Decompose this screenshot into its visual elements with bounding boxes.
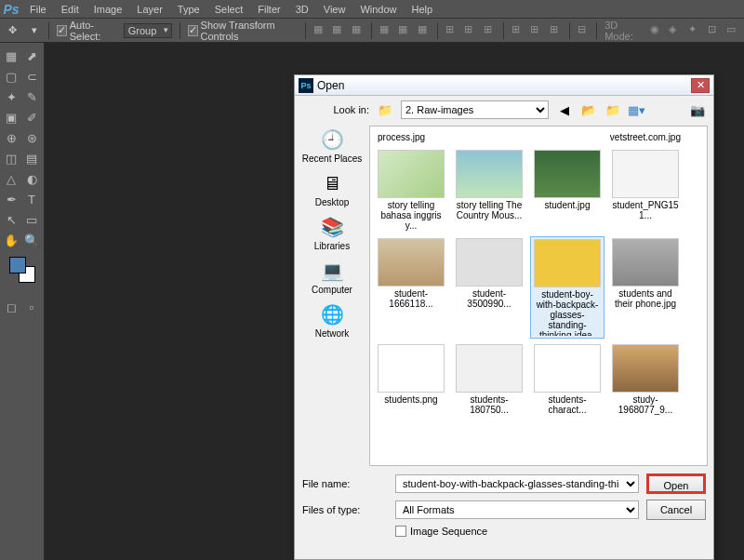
distribute-icon[interactable]: ⊞ <box>445 23 458 37</box>
file-item[interactable]: student.jpg <box>530 148 604 233</box>
file-item[interactable]: student-boy-with-backpack-glasses-standi… <box>530 236 604 339</box>
roll-3d-icon[interactable]: ✦ <box>688 23 700 37</box>
distribute-icon[interactable]: ⊞ <box>464 23 476 37</box>
place-desktop[interactable]: 🖥Desktop <box>299 171 365 207</box>
type-tool-icon[interactable]: T <box>22 190 41 208</box>
lasso-tool-icon[interactable]: ⊂ <box>22 67 41 86</box>
distribute-icon[interactable]: ⊞ <box>484 23 496 37</box>
lookin-dropdown[interactable]: 2. Raw-images <box>401 100 549 119</box>
menubar: Ps FileEditImageLayerTypeSelectFilter3DV… <box>0 0 744 19</box>
menu-type[interactable]: Type <box>170 4 207 15</box>
auto-align-icon[interactable]: ⊟ <box>578 23 590 37</box>
move-tool-icon[interactable]: ▦ <box>2 47 20 65</box>
place-recent-places[interactable]: 🕘Recent Places <box>299 127 365 164</box>
filetype-dropdown[interactable]: All Formats <box>395 500 639 519</box>
file-item[interactable]: student-3500990... <box>452 236 526 339</box>
zoom-tool-icon[interactable]: 🔍 <box>22 231 41 249</box>
heal-tool-icon[interactable]: ⊕ <box>2 128 20 147</box>
align-icon[interactable]: ▦ <box>398 23 410 37</box>
place-label: Network <box>315 328 350 339</box>
pen-tool-icon[interactable]: ✒ <box>2 190 20 208</box>
wand-tool-icon[interactable]: ✦ <box>2 87 20 106</box>
file-item[interactable]: story telling The Country Mous... <box>452 148 526 233</box>
distribute-icon[interactable]: ⊞ <box>550 23 562 37</box>
eraser-tool-icon[interactable]: ◫ <box>2 149 20 167</box>
place-icon: 💻 <box>317 259 347 283</box>
view-menu-icon[interactable]: ▦▾ <box>629 101 645 118</box>
place-libraries[interactable]: 📚Libraries <box>299 215 365 251</box>
eyedropper-tool-icon[interactable]: ✎ <box>22 87 41 106</box>
orbit-3d-icon[interactable]: ◉ <box>650 23 662 37</box>
menu-window[interactable]: Window <box>352 4 404 15</box>
file-item[interactable]: students-180750... <box>452 342 526 417</box>
gradient-tool-icon[interactable]: ▤ <box>22 149 41 167</box>
menu-select[interactable]: Select <box>207 4 251 15</box>
align-icon[interactable]: ▦ <box>313 23 326 37</box>
blur-tool-icon[interactable]: △ <box>2 169 20 188</box>
artboard-tool-icon[interactable]: ⬈ <box>22 47 41 65</box>
up-icon[interactable]: 📂 <box>580 101 597 118</box>
file-label[interactable]: process.jpg <box>378 132 425 142</box>
align-icon[interactable]: ▦ <box>418 23 430 37</box>
menu-3d[interactable]: 3D <box>288 4 316 15</box>
auto-select-dropdown[interactable]: Group <box>124 23 173 38</box>
cam-3d-icon[interactable]: ▭ <box>726 23 738 37</box>
align-icon[interactable]: ▦ <box>379 23 392 37</box>
dodge-tool-icon[interactable]: ◐ <box>22 169 41 188</box>
open-button[interactable]: Open <box>646 473 706 494</box>
distribute-icon[interactable]: ⊞ <box>512 23 524 37</box>
file-name: story telling bahasa inggris y... <box>376 200 446 231</box>
filename-input[interactable]: student-boy-with-backpack-glasses-standi… <box>395 474 639 493</box>
file-item[interactable]: students.png <box>374 342 448 417</box>
file-item[interactable]: story telling bahasa inggris y... <box>374 148 448 233</box>
stamp-tool-icon[interactable]: ⊛ <box>22 128 41 147</box>
dialog-titlebar[interactable]: Ps Open ✕ <box>295 75 713 96</box>
file-thumb <box>456 238 523 287</box>
dropdown-icon[interactable]: ▾ <box>27 22 41 39</box>
crop-tool-icon[interactable]: ▣ <box>2 108 20 127</box>
align-icon[interactable]: ▦ <box>332 23 344 37</box>
color-swatches[interactable] <box>9 257 37 285</box>
hand-tool-icon[interactable]: ✋ <box>2 231 20 249</box>
menu-layer[interactable]: Layer <box>129 4 170 15</box>
place-label: Libraries <box>314 241 350 251</box>
screen-mode-icon[interactable]: ▫ <box>22 298 41 316</box>
pan-3d-icon[interactable]: ◈ <box>669 23 681 37</box>
show-transform-checkbox[interactable]: Show Transform Controls <box>188 20 298 42</box>
file-item[interactable]: student_PNG151... <box>608 148 683 233</box>
foreground-swatch[interactable] <box>9 257 26 273</box>
file-item[interactable]: study-1968077_9... <box>608 342 683 417</box>
new-folder-icon[interactable]: 📁 <box>604 101 621 118</box>
back-icon[interactable]: ◀ <box>556 101 573 118</box>
distribute-icon[interactable]: ⊞ <box>530 23 542 37</box>
image-sequence-checkbox[interactable] <box>395 526 406 537</box>
file-name: students-180750... <box>454 394 525 415</box>
close-button[interactable]: ✕ <box>691 78 710 93</box>
menu-view[interactable]: View <box>316 4 353 15</box>
file-item[interactable]: student-1666118... <box>374 236 448 339</box>
ps-logo-icon: Ps <box>0 0 22 19</box>
move-tool-icon: ✥ <box>6 22 20 39</box>
menu-help[interactable]: Help <box>405 4 441 15</box>
marquee-tool-icon[interactable]: ▢ <box>2 67 20 86</box>
place-network[interactable]: 🌐Network <box>299 302 365 339</box>
file-name: study-1968077_9... <box>610 394 681 415</box>
place-computer[interactable]: 💻Computer <box>299 259 365 295</box>
cancel-button[interactable]: Cancel <box>646 500 706 520</box>
slide-3d-icon[interactable]: ⊡ <box>708 23 720 37</box>
align-icon[interactable]: ▦ <box>352 23 364 37</box>
brush-tool-icon[interactable]: ✐ <box>22 108 41 127</box>
path-tool-icon[interactable]: ↖ <box>2 210 20 229</box>
mask-mode-icon[interactable]: ◻ <box>2 298 20 316</box>
menu-filter[interactable]: Filter <box>250 4 287 15</box>
menu-file[interactable]: File <box>22 4 54 15</box>
shape-tool-icon[interactable]: ▭ <box>22 210 41 229</box>
menu-edit[interactable]: Edit <box>54 4 86 15</box>
file-list[interactable]: process.jpg vetstreet.com.jpg story tell… <box>369 126 708 466</box>
file-item[interactable]: students and their phone.jpg <box>608 236 683 339</box>
bridge-icon[interactable]: 📷 <box>689 101 706 118</box>
file-item[interactable]: students-charact... <box>530 342 604 417</box>
file-label[interactable]: vetstreet.com.jpg <box>610 132 681 142</box>
auto-select-checkbox[interactable]: Auto-Select: <box>57 20 115 42</box>
menu-image[interactable]: Image <box>86 4 130 15</box>
